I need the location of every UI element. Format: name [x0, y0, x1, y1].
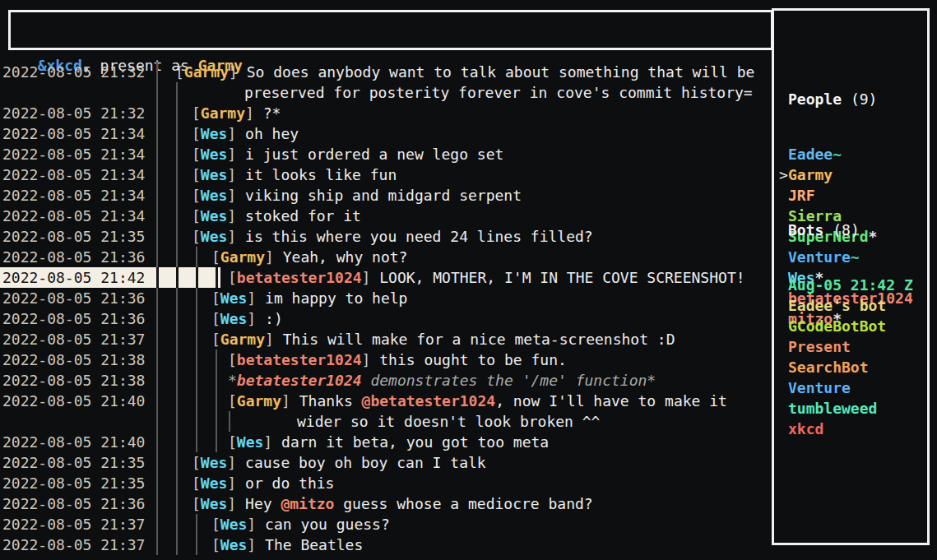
timestamp [0, 82, 152, 103]
bot-item[interactable]: tumbleweed [779, 398, 927, 419]
user-name: Garmy [788, 166, 833, 183]
status-suffix: * [869, 228, 878, 245]
msg-segment: [ [211, 331, 220, 348]
timestamp: 2022-08-05 21:34 [0, 144, 152, 164]
timestamp: 2022-08-05 21:40 [0, 391, 152, 411]
user-name: GCodeBotBot [788, 317, 886, 335]
msg-segment: ] [362, 351, 371, 368]
message-cell: [Wes] viking ship and midgard serpent [152, 185, 772, 206]
active-marker [779, 398, 788, 419]
chat-row[interactable]: 2022-08-05 21:36[Wes] im happy to help [0, 288, 772, 308]
chat-row[interactable]: 2022-08-05 21:37[Wes] The Beatles [0, 535, 772, 555]
bots-label: Bots [788, 221, 823, 238]
msg-segment: oh hey [236, 125, 299, 142]
msg-segment: i just ordered a new lego set [236, 146, 503, 163]
message-text: [Wes] Hey @mitzo guess whose a mediocre … [152, 493, 772, 514]
timestamp: 2022-08-05 21:42 [0, 267, 152, 288]
message-text: preserved for posterity forever in cove'… [152, 82, 772, 103]
chat-row[interactable]: 2022-08-05 21:40[Wes] darn it beta, you … [0, 432, 772, 452]
msg-segment: ] [247, 516, 256, 533]
message-cell: [Garmy] ?* [152, 103, 772, 123]
message-cell: [Wes] is this where you need 24 lines fi… [152, 226, 772, 247]
msg-segment: wider so it doesn't look broken ^^ [297, 413, 600, 430]
message-text: [Wes] oh hey [152, 123, 772, 144]
chat-row[interactable]: 2022-08-05 21:34[Wes] oh hey [0, 123, 772, 144]
timestamp: 2022-08-05 21:36 [0, 493, 152, 514]
timestamp: 2022-08-05 21:34 [0, 164, 152, 185]
person-item[interactable]: JRF [779, 185, 927, 206]
user-name: Venture [788, 248, 851, 266]
bot-item[interactable]: SearchBot [779, 357, 927, 377]
user-list-panel: People (9) Eadee~>Garmy JRF Sierra Super… [772, 8, 930, 545]
timestamp: 2022-08-05 21:38 [0, 349, 152, 370]
chat-row[interactable]: 2022-08-05 21:36[Wes] Hey @mitzo guess w… [0, 493, 772, 514]
chat-row-selected[interactable]: 2022-08-05 21:42[betatester1024] LOOK, M… [0, 267, 772, 288]
msg-segment: ] [362, 269, 371, 286]
status-suffix: ~ [833, 146, 842, 163]
nickname: Garmy [184, 63, 229, 81]
chat-row[interactable]: 2022-08-05 21:35[Wes] is this where you … [0, 226, 772, 247]
message-cell: [Wes] Hey @mitzo guess whose a mediocre … [152, 493, 772, 514]
msg-segment: darn it beta, you got too meta [272, 433, 549, 451]
msg-segment: stoked for it [236, 207, 361, 224]
msg-segment: ] [227, 454, 236, 471]
timestamp: 2022-08-05 21:35 [0, 473, 152, 493]
active-marker [779, 185, 788, 206]
timestamp: 2022-08-05 21:36 [0, 288, 152, 308]
msg-segment: [ [192, 104, 201, 122]
chat-row[interactable]: 2022-08-05 21:40[Garmy] Thanks @betatest… [0, 391, 772, 411]
message-text: [Wes] im happy to help [152, 288, 772, 308]
message-cell: preserved for posterity forever in cove'… [152, 82, 772, 103]
msg-segment: [ [211, 248, 220, 266]
person-item[interactable]: >Garmy [779, 164, 927, 185]
bot-item[interactable]: Present [779, 336, 927, 357]
active-marker [779, 377, 788, 398]
chat-row[interactable]: 2022-08-05 21:34[Wes] stoked for it [0, 206, 772, 226]
msg-segment: ] [247, 289, 256, 307]
bot-item[interactable]: GCodeBotBot [779, 316, 927, 336]
person-item[interactable]: Eadee~ [779, 144, 927, 164]
chat-row[interactable]: 2022-08-05 21:32[Garmy] So does anybody … [0, 62, 772, 82]
chat-row[interactable]: 2022-08-05 21:37[Wes] can you guess? [0, 514, 772, 535]
bot-item[interactable]: Aug-05 21:42 Z [779, 275, 927, 295]
chat-row[interactable]: 2022-08-05 21:34[Wes] viking ship and mi… [0, 185, 772, 206]
chat-row[interactable]: 2022-08-05 21:34[Wes] it looks like fun [0, 164, 772, 185]
message-text: [Garmy] Thanks @betatester1024, now I'll… [152, 391, 772, 411]
chat-row[interactable]: 2022-08-05 21:36[Garmy] Yeah, why not? [0, 247, 772, 267]
bot-item[interactable]: xkcd [779, 419, 927, 439]
active-marker [779, 336, 788, 357]
status-suffix: ~ [851, 248, 860, 266]
active-marker [779, 357, 788, 377]
person-item[interactable]: Venture~ [779, 247, 927, 267]
chat-row[interactable]: 2022-08-05 21:38[betatester1024] this ou… [0, 349, 772, 370]
chat-row[interactable]: 2022-08-05 21:32[Garmy] ?* [0, 103, 772, 123]
chat-row[interactable]: 2022-08-05 21:36[Wes] :) [0, 308, 772, 329]
message-cell: [Garmy] So does anybody want to talk abo… [152, 62, 772, 82]
bot-item[interactable]: Venture [779, 377, 927, 398]
thread-line [196, 267, 198, 288]
msg-segment: preserved for posterity forever in cove'… [244, 84, 753, 101]
message-text: [Wes] darn it beta, you got too meta [152, 432, 772, 452]
timestamp: 2022-08-05 21:36 [0, 247, 152, 267]
timestamp: 2022-08-05 21:37 [0, 535, 152, 555]
msg-segment: it looks like fun [236, 166, 397, 183]
chat-row[interactable]: 2022-08-05 21:35[Wes] cause boy oh boy c… [0, 452, 772, 473]
msg-segment: [ [211, 289, 220, 307]
msg-segment: [ [228, 269, 237, 286]
msg-segment: The Beatles [256, 536, 363, 553]
nickname: Wes [201, 125, 228, 142]
nickname: Wes [220, 536, 248, 553]
msg-segment: [ [192, 495, 201, 512]
nickname: Garmy [220, 248, 265, 266]
timestamp: 2022-08-05 21:37 [0, 514, 152, 535]
chat-row[interactable]: 2022-08-05 21:38*betatester1024 demonstr… [0, 370, 772, 391]
message-cell: [Garmy] Yeah, why not? [152, 247, 772, 267]
active-marker: > [779, 164, 788, 185]
chat-row[interactable]: preserved for posterity forever in cove'… [0, 82, 772, 103]
chat-row[interactable]: 2022-08-05 21:37[Garmy] This will make f… [0, 329, 772, 349]
chat-row[interactable]: wider so it doesn't look broken ^^ [0, 411, 772, 432]
people-label: People [788, 90, 842, 108]
chat-row[interactable]: 2022-08-05 21:34[Wes] i just ordered a n… [0, 144, 772, 164]
msg-segment: ] [227, 146, 236, 163]
chat-row[interactable]: 2022-08-05 21:35[Wes] or do this [0, 473, 772, 493]
